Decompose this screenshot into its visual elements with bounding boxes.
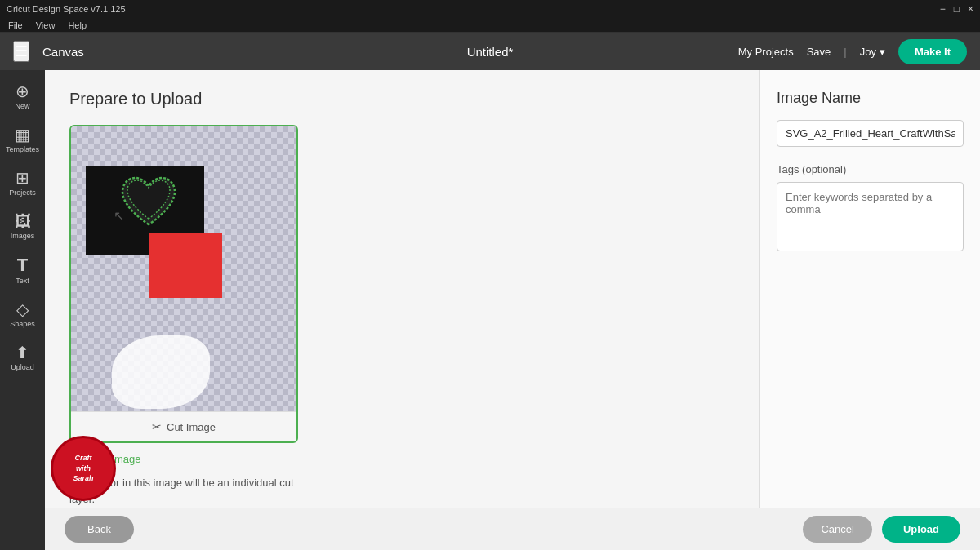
cut-image-label: Cut Image (167, 421, 216, 433)
heart-graphic (116, 171, 181, 233)
make-it-button[interactable]: Make It (898, 39, 967, 64)
menu-view[interactable]: View (36, 20, 56, 30)
image-name-title: Image Name (777, 90, 964, 107)
title-bar-controls: − □ × (940, 3, 973, 15)
project-title: Untitled* (467, 45, 514, 59)
menu-bar: File View Help (0, 18, 980, 33)
user-name: Joy (860, 46, 876, 58)
content-area: Prepare to Upload (45, 70, 760, 550)
tags-label: Tags (optional) (777, 163, 964, 175)
sidebar-item-projects[interactable]: ⊞ Projects (0, 163, 45, 203)
tags-input[interactable] (777, 182, 964, 251)
menu-file[interactable]: File (8, 20, 23, 30)
maximize-button[interactable]: □ (954, 3, 960, 15)
sidebar-item-shapes[interactable]: ◇ Shapes (0, 295, 45, 335)
save-link[interactable]: Save (807, 46, 831, 58)
canvas-label: Canvas (42, 45, 84, 59)
projects-icon: ⊞ (16, 170, 29, 186)
title-bar: Cricut Design Space v7.1.125 − □ × (0, 0, 980, 18)
image-preview-content: ↖ (71, 126, 296, 441)
tags-section: Tags (optional) (777, 163, 964, 255)
images-icon: 🖼 (15, 213, 31, 229)
new-icon: ⊕ (16, 83, 29, 100)
menu-help[interactable]: Help (68, 20, 87, 30)
white-blob-shape (112, 335, 210, 409)
sidebar-item-new[interactable]: ⊕ New (0, 77, 45, 117)
cut-image-bar[interactable]: ✂ Cut Image (71, 411, 296, 441)
sidebar-item-text[interactable]: T Text (0, 250, 45, 291)
app-title: Cricut Design Space v7.1.125 (7, 4, 126, 14)
craft-logo-text: Craft with Sarah (73, 453, 93, 484)
heart-svg (116, 171, 181, 233)
sidebar-item-label-projects: Projects (9, 189, 36, 197)
main-layout: ⊕ New ▦ Templates ⊞ Projects 🖼 Images T … (0, 70, 980, 550)
craft-logo: Craft with Sarah (51, 436, 116, 501)
templates-icon: ▦ (15, 126, 30, 143)
scissors-icon: ✂ (152, 420, 162, 433)
upload-button[interactable]: Upload (882, 516, 960, 543)
sidebar-item-label-upload: Upload (11, 363, 34, 371)
shapes-icon: ◇ (16, 301, 29, 317)
text-icon: T (17, 256, 28, 274)
bottom-bar: Back Cancel Upload (45, 508, 980, 550)
my-projects-link[interactable]: My Projects (738, 46, 794, 58)
sidebar-item-label-images: Images (11, 232, 35, 240)
upload-image-container: ↖ ✂ Cut Image Replace Image Each color i… (69, 125, 735, 507)
back-button[interactable]: Back (65, 516, 134, 543)
sidebar-item-label-templates: Templates (6, 145, 39, 153)
sidebar-item-images[interactable]: 🖼 Images (0, 206, 45, 246)
chevron-down-icon: ▾ (880, 46, 885, 58)
upload-icon: ⬆ (16, 344, 29, 361)
page-title: Prepare to Upload (69, 90, 735, 109)
title-bar-left: Cricut Design Space v7.1.125 (7, 4, 126, 14)
image-preview-box: ↖ ✂ Cut Image (69, 125, 298, 443)
close-button[interactable]: × (968, 3, 973, 15)
sidebar-item-templates[interactable]: ▦ Templates (0, 120, 45, 160)
sidebar-item-label-new: New (15, 102, 29, 110)
nav-divider: | (844, 46, 846, 58)
cursor-icon: ↖ (114, 208, 124, 224)
sidebar: ⊕ New ▦ Templates ⊞ Projects 🖼 Images T … (0, 70, 45, 550)
hamburger-button[interactable]: ☰ (13, 41, 29, 62)
minimize-button[interactable]: − (940, 3, 946, 15)
cancel-button[interactable]: Cancel (803, 516, 871, 543)
right-panel: Image Name Tags (optional) (760, 70, 980, 550)
top-nav: ☰ Canvas Untitled* My Projects Save | Jo… (0, 33, 980, 70)
top-nav-right: My Projects Save | Joy ▾ Make It (738, 39, 967, 64)
red-rectangle (149, 233, 222, 298)
sidebar-item-label-shapes: Shapes (10, 320, 35, 328)
image-name-input[interactable] (777, 120, 964, 147)
sidebar-item-upload[interactable]: ⬆ Upload (0, 338, 45, 378)
sidebar-item-label-text: Text (16, 277, 29, 285)
bottom-right-buttons: Cancel Upload (803, 516, 960, 543)
user-menu[interactable]: Joy ▾ (860, 46, 885, 58)
